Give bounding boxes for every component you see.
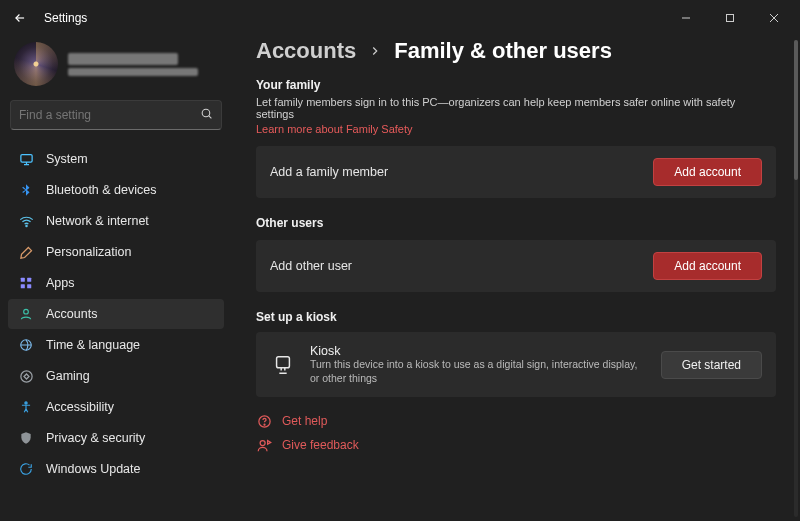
breadcrumb-root[interactable]: Accounts [256,38,356,64]
search-icon [200,107,213,123]
sidebar-item-network[interactable]: Network & internet [8,206,224,236]
add-other-user-label: Add other user [270,259,352,273]
sidebar-item-label: Accessibility [46,400,114,414]
footer-link-label: Give feedback [282,438,359,452]
add-other-user-row: Add other user Add account [256,240,776,292]
sidebar-item-bluetooth[interactable]: Bluetooth & devices [8,175,224,205]
maximize-icon [725,13,735,23]
kiosk-title: Kiosk [310,344,640,358]
wifi-icon [18,213,34,229]
sidebar-item-label: Privacy & security [46,431,145,445]
breadcrumb-current: Family & other users [394,38,612,64]
section-other-users: Other users Add other user Add account [256,216,776,292]
svg-point-14 [264,424,265,425]
person-icon [18,306,34,322]
avatar [14,42,58,86]
sidebar-item-accessibility[interactable]: Accessibility [8,392,224,422]
section-kiosk: Set up a kiosk Kiosk Turn this device in… [256,310,776,397]
app-title: Settings [44,11,87,25]
other-users-heading: Other users [256,216,776,230]
sidebar-item-privacy[interactable]: Privacy & security [8,423,224,453]
system-icon [18,151,34,167]
shield-icon [18,430,34,446]
profile-label [68,53,198,76]
breadcrumb: Accounts Family & other users [256,38,776,64]
bluetooth-icon [18,182,34,198]
svg-point-1 [202,109,210,117]
svg-point-11 [25,402,27,404]
kiosk-icon [270,352,296,378]
svg-point-10 [20,370,31,381]
kiosk-heading: Set up a kiosk [256,310,776,324]
section-family: Your family Let family members sign in t… [256,78,776,198]
minimize-button[interactable] [664,3,708,33]
add-family-label: Add a family member [270,165,388,179]
apps-icon [18,275,34,291]
footer-link-label: Get help [282,414,327,428]
family-description: Let family members sign in to this PC—or… [256,96,776,120]
add-family-row: Add a family member Add account [256,146,776,198]
scrollbar-track[interactable] [794,40,798,517]
sidebar-item-accounts[interactable]: Accounts [8,299,224,329]
add-other-user-button[interactable]: Add account [653,252,762,280]
profile-block[interactable] [8,38,224,98]
close-icon [769,13,779,23]
button-label: Add account [674,259,741,273]
help-icon [256,413,272,429]
sidebar: System Bluetooth & devices Network & int… [0,36,232,521]
button-label: Get started [682,358,741,372]
svg-rect-12 [277,356,290,367]
arrow-left-icon [13,11,27,25]
kiosk-row: Kiosk Turn this device into a kiosk to u… [256,332,776,397]
profile-name-redacted [68,53,178,65]
gaming-icon [18,368,34,384]
sidebar-item-update[interactable]: Windows Update [8,454,224,484]
sidebar-item-system[interactable]: System [8,144,224,174]
sidebar-item-label: Network & internet [46,214,149,228]
button-label: Add account [674,165,741,179]
svg-rect-6 [21,284,25,288]
accessibility-icon [18,399,34,415]
sidebar-item-time[interactable]: Time & language [8,330,224,360]
minimize-icon [681,13,691,23]
update-icon [18,461,34,477]
svg-rect-0 [727,15,734,22]
window-controls [664,3,796,33]
sidebar-item-label: Bluetooth & devices [46,183,157,197]
sidebar-item-label: Apps [46,276,75,290]
svg-rect-7 [27,284,31,288]
kiosk-get-started-button[interactable]: Get started [661,351,762,379]
paintbrush-icon [18,244,34,260]
sidebar-item-apps[interactable]: Apps [8,268,224,298]
footer-links: Get help Give feedback [256,413,776,453]
search-box[interactable] [10,100,222,130]
svg-point-15 [260,440,265,445]
kiosk-description: Turn this device into a kiosk to use as … [310,358,640,385]
feedback-icon [256,437,272,453]
svg-rect-4 [21,278,25,282]
maximize-button[interactable] [708,3,752,33]
content-pane: Accounts Family & other users Your famil… [232,36,800,521]
profile-email-redacted [68,68,198,76]
chevron-right-icon [368,44,382,58]
sidebar-item-personalization[interactable]: Personalization [8,237,224,267]
family-safety-link[interactable]: Learn more about Family Safety [256,123,413,135]
sidebar-item-gaming[interactable]: Gaming [8,361,224,391]
svg-rect-5 [27,278,31,282]
sidebar-item-label: Accounts [46,307,97,321]
get-help-link[interactable]: Get help [256,413,776,429]
back-button[interactable] [6,4,34,32]
nav-list: System Bluetooth & devices Network & int… [8,144,224,484]
sidebar-item-label: Personalization [46,245,131,259]
add-family-button[interactable]: Add account [653,158,762,186]
svg-rect-2 [20,154,31,162]
close-button[interactable] [752,3,796,33]
kiosk-text: Kiosk Turn this device into a kiosk to u… [310,344,640,385]
scrollbar-thumb[interactable] [794,40,798,180]
sidebar-item-label: Time & language [46,338,140,352]
search-input[interactable] [19,108,200,122]
family-heading: Your family [256,78,776,92]
titlebar: Settings [0,0,800,36]
give-feedback-link[interactable]: Give feedback [256,437,776,453]
svg-point-8 [24,309,29,314]
